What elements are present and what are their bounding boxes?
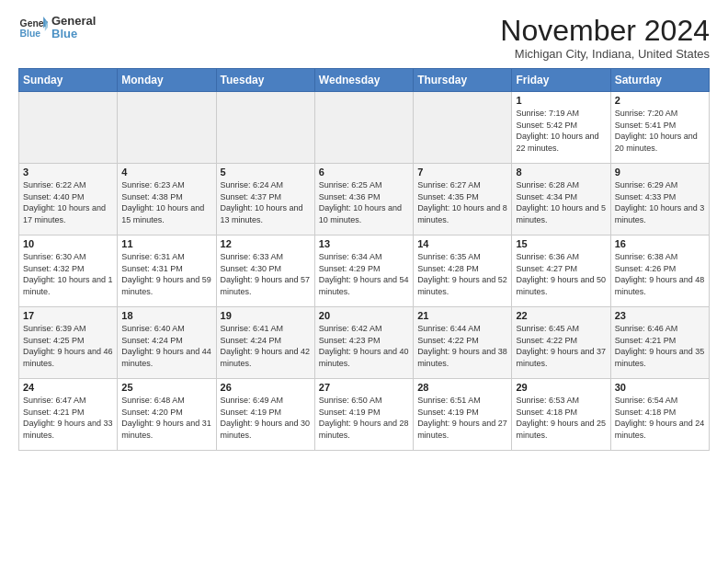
cell-content: Sunrise: 6:42 AM Sunset: 4:23 PM Dayligh… xyxy=(319,323,409,369)
logo-line2: Blue xyxy=(51,28,96,40)
svg-text:Blue: Blue xyxy=(20,29,41,40)
col-saturday: Saturday xyxy=(610,69,709,92)
cell-content: Sunrise: 6:46 AM Sunset: 4:21 PM Dayligh… xyxy=(615,323,705,369)
day-number: 28 xyxy=(417,382,507,393)
header: General Blue General Blue November 2024 … xyxy=(18,15,710,61)
day-number: 18 xyxy=(121,310,211,321)
day-number: 29 xyxy=(516,382,606,393)
day-number: 5 xyxy=(221,167,311,178)
day-number: 25 xyxy=(121,382,211,393)
cell-content: Sunrise: 6:23 AM Sunset: 4:38 PM Dayligh… xyxy=(121,179,211,225)
day-number: 6 xyxy=(319,167,409,178)
table-cell: 16Sunrise: 6:38 AM Sunset: 4:26 PM Dayli… xyxy=(610,236,709,307)
table-cell: 26Sunrise: 6:49 AM Sunset: 4:19 PM Dayli… xyxy=(216,379,314,451)
table-cell xyxy=(414,92,512,164)
day-number: 4 xyxy=(121,167,211,178)
table-cell: 30Sunrise: 6:54 AM Sunset: 4:18 PM Dayli… xyxy=(610,379,709,451)
table-cell: 6Sunrise: 6:25 AM Sunset: 4:36 PM Daylig… xyxy=(314,164,413,236)
day-number: 24 xyxy=(23,382,113,393)
table-cell: 27Sunrise: 6:50 AM Sunset: 4:19 PM Dayli… xyxy=(314,379,413,451)
day-number: 2 xyxy=(615,95,705,106)
calendar-header-row: Sunday Monday Tuesday Wednesday Thursday… xyxy=(19,69,710,92)
col-tuesday: Tuesday xyxy=(216,69,314,92)
cell-content: Sunrise: 7:19 AM Sunset: 5:42 PM Dayligh… xyxy=(516,108,606,154)
cell-content: Sunrise: 6:50 AM Sunset: 4:19 PM Dayligh… xyxy=(319,395,409,441)
table-cell: 2Sunrise: 7:20 AM Sunset: 5:41 PM Daylig… xyxy=(610,92,709,164)
cell-content: Sunrise: 6:39 AM Sunset: 4:25 PM Dayligh… xyxy=(23,323,113,369)
day-number: 27 xyxy=(319,382,409,393)
cell-content: Sunrise: 6:40 AM Sunset: 4:24 PM Dayligh… xyxy=(121,323,211,369)
table-cell: 11Sunrise: 6:31 AM Sunset: 4:31 PM Dayli… xyxy=(118,236,216,307)
cell-content: Sunrise: 6:38 AM Sunset: 4:26 PM Dayligh… xyxy=(615,251,705,297)
cell-content: Sunrise: 6:35 AM Sunset: 4:28 PM Dayligh… xyxy=(417,251,507,297)
table-cell: 7Sunrise: 6:27 AM Sunset: 4:35 PM Daylig… xyxy=(414,164,512,236)
table-cell: 24Sunrise: 6:47 AM Sunset: 4:21 PM Dayli… xyxy=(19,379,118,451)
day-number: 21 xyxy=(417,310,507,321)
col-monday: Monday xyxy=(118,69,216,92)
table-cell: 22Sunrise: 6:45 AM Sunset: 4:22 PM Dayli… xyxy=(512,307,610,379)
table-cell: 19Sunrise: 6:41 AM Sunset: 4:24 PM Dayli… xyxy=(216,307,314,379)
day-number: 23 xyxy=(615,310,705,321)
table-cell: 10Sunrise: 6:30 AM Sunset: 4:32 PM Dayli… xyxy=(19,236,118,307)
table-cell: 14Sunrise: 6:35 AM Sunset: 4:28 PM Dayli… xyxy=(414,236,512,307)
table-cell: 23Sunrise: 6:46 AM Sunset: 4:21 PM Dayli… xyxy=(610,307,709,379)
day-number: 1 xyxy=(516,95,606,106)
table-cell: 3Sunrise: 6:22 AM Sunset: 4:40 PM Daylig… xyxy=(19,164,118,236)
day-number: 26 xyxy=(221,382,311,393)
col-thursday: Thursday xyxy=(414,69,512,92)
day-number: 17 xyxy=(23,310,113,321)
location: Michigan City, Indiana, United States xyxy=(500,47,710,61)
cell-content: Sunrise: 6:34 AM Sunset: 4:29 PM Dayligh… xyxy=(319,251,409,297)
table-cell: 29Sunrise: 6:53 AM Sunset: 4:18 PM Dayli… xyxy=(512,379,610,451)
day-number: 10 xyxy=(23,238,113,249)
table-cell: 13Sunrise: 6:34 AM Sunset: 4:29 PM Dayli… xyxy=(314,236,413,307)
week-row-3: 17Sunrise: 6:39 AM Sunset: 4:25 PM Dayli… xyxy=(19,307,710,379)
table-cell: 5Sunrise: 6:24 AM Sunset: 4:37 PM Daylig… xyxy=(216,164,314,236)
table-cell: 12Sunrise: 6:33 AM Sunset: 4:30 PM Dayli… xyxy=(216,236,314,307)
day-number: 9 xyxy=(615,167,705,178)
table-cell: 15Sunrise: 6:36 AM Sunset: 4:27 PM Dayli… xyxy=(512,236,610,307)
cell-content: Sunrise: 6:24 AM Sunset: 4:37 PM Dayligh… xyxy=(221,179,311,225)
table-cell xyxy=(314,92,413,164)
cell-content: Sunrise: 6:31 AM Sunset: 4:31 PM Dayligh… xyxy=(121,251,211,297)
table-cell: 1Sunrise: 7:19 AM Sunset: 5:42 PM Daylig… xyxy=(512,92,610,164)
week-row-0: 1Sunrise: 7:19 AM Sunset: 5:42 PM Daylig… xyxy=(19,92,710,164)
day-number: 8 xyxy=(516,167,606,178)
cell-content: Sunrise: 6:22 AM Sunset: 4:40 PM Dayligh… xyxy=(23,179,113,225)
table-cell xyxy=(216,92,314,164)
table-cell: 9Sunrise: 6:29 AM Sunset: 4:33 PM Daylig… xyxy=(610,164,709,236)
day-number: 19 xyxy=(221,310,311,321)
cell-content: Sunrise: 6:33 AM Sunset: 4:30 PM Dayligh… xyxy=(221,251,311,297)
cell-content: Sunrise: 6:49 AM Sunset: 4:19 PM Dayligh… xyxy=(221,395,311,441)
logo-line1: General xyxy=(51,15,96,28)
table-cell xyxy=(19,92,118,164)
cell-content: Sunrise: 6:25 AM Sunset: 4:36 PM Dayligh… xyxy=(319,179,409,225)
table-cell: 18Sunrise: 6:40 AM Sunset: 4:24 PM Dayli… xyxy=(118,307,216,379)
calendar: Sunday Monday Tuesday Wednesday Thursday… xyxy=(18,68,710,451)
cell-content: Sunrise: 6:36 AM Sunset: 4:27 PM Dayligh… xyxy=(516,251,606,297)
table-cell: 4Sunrise: 6:23 AM Sunset: 4:38 PM Daylig… xyxy=(118,164,216,236)
table-cell: 17Sunrise: 6:39 AM Sunset: 4:25 PM Dayli… xyxy=(19,307,118,379)
cell-content: Sunrise: 6:48 AM Sunset: 4:20 PM Dayligh… xyxy=(121,395,211,441)
table-cell: 20Sunrise: 6:42 AM Sunset: 4:23 PM Dayli… xyxy=(314,307,413,379)
cell-content: Sunrise: 6:47 AM Sunset: 4:21 PM Dayligh… xyxy=(23,395,113,441)
day-number: 15 xyxy=(516,238,606,249)
month-title: November 2024 xyxy=(500,15,710,47)
day-number: 7 xyxy=(417,167,507,178)
cell-content: Sunrise: 6:29 AM Sunset: 4:33 PM Dayligh… xyxy=(615,179,705,225)
cell-content: Sunrise: 6:45 AM Sunset: 4:22 PM Dayligh… xyxy=(516,323,606,369)
table-cell xyxy=(118,92,216,164)
day-number: 22 xyxy=(516,310,606,321)
week-row-4: 24Sunrise: 6:47 AM Sunset: 4:21 PM Dayli… xyxy=(19,379,710,451)
page: General Blue General Blue November 2024 … xyxy=(0,0,728,563)
day-number: 13 xyxy=(319,238,409,249)
cell-content: Sunrise: 6:27 AM Sunset: 4:35 PM Dayligh… xyxy=(417,179,507,225)
logo: General Blue General Blue xyxy=(18,15,96,41)
cell-content: Sunrise: 6:53 AM Sunset: 4:18 PM Dayligh… xyxy=(516,395,606,441)
day-number: 3 xyxy=(23,167,113,178)
cell-content: Sunrise: 6:41 AM Sunset: 4:24 PM Dayligh… xyxy=(221,323,311,369)
day-number: 14 xyxy=(417,238,507,249)
week-row-1: 3Sunrise: 6:22 AM Sunset: 4:40 PM Daylig… xyxy=(19,164,710,236)
logo-icon: General Blue xyxy=(18,15,48,40)
table-cell: 25Sunrise: 6:48 AM Sunset: 4:20 PM Dayli… xyxy=(118,379,216,451)
